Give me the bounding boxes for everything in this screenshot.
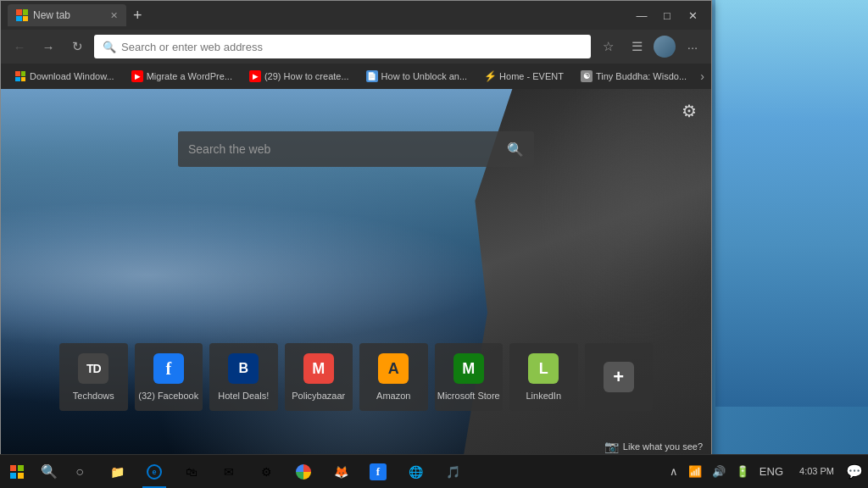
taskbar-settings-icon: ⚙ [258,463,275,480]
settings-button[interactable]: ⚙ [676,97,703,125]
address-bar[interactable]: 🔍 [94,35,591,58]
quick-link-icon-add: + [604,362,634,392]
profile-avatar[interactable] [654,36,676,58]
navigation-bar: ← → ↻ 🔍 ☆ ☰ ··· [1,30,711,64]
quick-link-icon-facebook: f [153,353,184,384]
bookmark-icon-2: ▶ [131,70,143,82]
desktop: New tab ✕ + — □ ✕ ← → ↻ 🔍 ☆ ☰ ··· [0,0,868,488]
quick-link-icon-msstore: M [453,353,484,384]
quick-link-icon-hotel: B [228,353,259,384]
taskbar-item-ff[interactable]: 🦊 [322,455,359,489]
address-search-icon: 🔍 [103,41,116,53]
refresh-button[interactable]: ↻ [65,35,89,58]
back-button[interactable]: ← [8,35,31,58]
bookmark-label-1: Download Window... [30,71,114,81]
title-bar: New tab ✕ + — □ ✕ [1,1,711,30]
like-button[interactable]: 📷 Like what you see? [604,440,703,453]
taskbar-extra2-icon: 🎵 [444,463,461,480]
taskbar-item-settings[interactable]: ⚙ [248,455,285,489]
bookmark-item-3[interactable]: ▶ (29) How to create... [242,69,356,84]
taskbar-item-edge[interactable]: e [136,455,173,489]
search-container: 🔍 [178,131,534,167]
taskbar-search-icon: 🔍 [41,463,58,480]
search-input[interactable] [188,142,500,156]
bookmarks-more-button[interactable]: › [700,69,704,83]
quick-link-policybazaar[interactable]: M Policybazaar [285,343,353,411]
more-options-button[interactable]: ··· [681,35,704,58]
taskbar-item-store[interactable]: 🛍 [173,455,210,489]
bookmark-item-2[interactable]: ▶ Migrate a WordPre... [125,69,239,84]
quick-link-label-techdows: Techdows [73,391,114,401]
maximize-button[interactable]: □ [655,3,679,27]
tab-close-button[interactable]: ✕ [110,10,118,21]
quick-link-facebook[interactable]: f (32) Facebook [135,343,203,411]
cortana-icon: ○ [75,464,84,480]
tray-chevron-icon[interactable]: ∧ [667,463,681,480]
bookmark-icon-4: 📄 [366,70,378,82]
tray-language-icon[interactable]: ENG [757,463,786,480]
quick-link-label-amazon: Amazon [376,391,410,401]
notification-button[interactable]: 💬 [841,455,868,489]
bookmarks-bar: Download Window... ▶ Migrate a WordPre..… [1,64,711,89]
new-tab-button[interactable]: + [126,8,149,23]
taskbar-item-extra1[interactable]: 🌐 [397,455,434,489]
quick-link-icon-techdows: TD [78,353,108,384]
camera-icon: 📷 [604,440,619,453]
taskbar-edge-icon: e [146,463,163,480]
clock-time: 4:03 PM [799,465,834,478]
address-input[interactable] [121,41,582,53]
minimize-button[interactable]: — [630,3,654,27]
quick-link-techdows[interactable]: TD Techdows [59,343,128,411]
quick-links: TD Techdows f (32) Facebook B Hotel Deal… [59,343,653,411]
taskbar-item-mail[interactable]: ✉ [210,455,248,489]
bookmark-item-5[interactable]: ⚡ Home - EVENT [477,69,570,84]
tray-network-icon[interactable]: 📶 [686,463,704,480]
taskbar-extra1-icon: 🌐 [407,463,424,480]
bookmark-icon-5: ⚡ [484,70,496,82]
bookmark-item-6[interactable]: ☯ Tiny Buddha: Wisdo... [574,69,693,84]
bookmark-item-4[interactable]: 📄 How to Unblock an... [359,69,475,84]
quick-link-icon-linkedin: L [528,353,559,384]
browser-tab[interactable]: New tab ✕ [8,4,126,26]
quick-link-msstore[interactable]: M Microsoft Store [435,343,504,411]
forward-button[interactable]: → [36,35,60,58]
bookmark-label-2: Migrate a WordPre... [147,71,232,81]
taskbar-fb-icon: f [370,463,387,480]
bookmark-icon-3: ▶ [249,70,261,82]
taskbar-explorer-icon: 📁 [108,463,125,480]
hub-button[interactable]: ☰ [625,35,648,58]
tab-area: New tab ✕ + [8,4,630,26]
taskbar-item-extra2[interactable]: 🎵 [434,455,471,489]
taskbar-items: 📁 e 🛍 ✉ ⚙ 🦊 f [95,455,660,489]
taskbar-mail-icon: ✉ [220,463,237,480]
taskbar-item-fb[interactable]: f [359,455,397,489]
taskbar: 🔍 ○ 📁 e 🛍 ✉ ⚙ [0,454,868,488]
taskbar-item-chrome[interactable] [285,455,322,489]
quick-link-linkedin[interactable]: L LinkedIn [509,343,578,411]
close-button[interactable]: ✕ [681,3,704,27]
taskbar-item-explorer[interactable]: 📁 [98,455,136,489]
quick-link-label-facebook: (32) Facebook [138,391,198,401]
quick-link-label-policybazaar: Policybazaar [292,391,345,401]
quick-link-amazon[interactable]: A Amazon [359,343,428,411]
windows-start-icon [10,465,24,479]
tray-battery-icon[interactable]: 🔋 [733,463,752,480]
bookmark-label-5: Home - EVENT [499,71,564,81]
quick-link-label-msstore: Microsoft Store [437,391,500,401]
taskbar-cortana-button[interactable]: ○ [64,455,95,489]
taskbar-clock[interactable]: 4:03 PM [793,465,841,478]
browser-window: New tab ✕ + — □ ✕ ← → ↻ 🔍 ☆ ☰ ··· [0,0,712,463]
favorite-button[interactable]: ☆ [596,35,620,58]
tray-volume-icon[interactable]: 🔊 [709,463,728,480]
tab-label: New tab [33,9,70,21]
quick-link-hotel[interactable]: B Hotel Deals! [209,343,278,411]
bookmark-item-1[interactable]: Download Window... [8,69,121,84]
quick-link-icon-amazon: A [378,353,409,384]
system-tray: ∧ 📶 🔊 🔋 ENG [660,463,793,480]
taskbar-store-icon: 🛍 [183,463,200,480]
start-button[interactable] [0,455,34,489]
quick-link-label-hotel: Hotel Deals! [218,391,269,401]
quick-link-add[interactable]: + [585,343,654,411]
search-box[interactable]: 🔍 [178,131,534,167]
taskbar-search-button[interactable]: 🔍 [34,455,64,489]
